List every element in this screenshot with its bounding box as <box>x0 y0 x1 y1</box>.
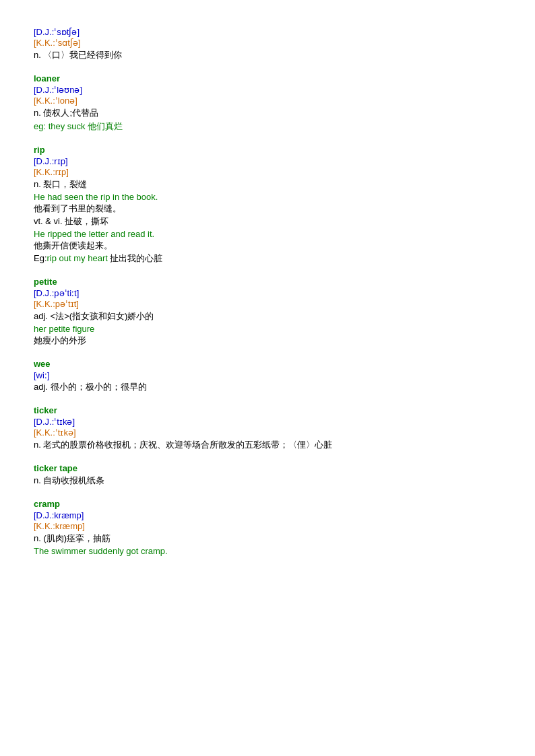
word-petite: petite <box>34 277 501 287</box>
word-cramp: cramp <box>34 499 501 509</box>
example-petite-1-zh: 她瘦小的外形 <box>34 335 501 347</box>
word-rip: rip <box>34 145 501 155</box>
definition-ticker-tape: n. 自动收报机纸条 <box>34 475 501 487</box>
entry-rip: rip [D.J.:rɪp] [K.K.:rɪp] n. 裂口，裂缝 He ha… <box>34 145 501 265</box>
example-loaner-1: eg: they suck 他们真烂 <box>34 121 501 133</box>
phonetic-kk-cramp: [K.K.:kræmp] <box>34 521 501 531</box>
definition-cramp: n. (肌肉)痉挛，抽筋 <box>34 532 501 545</box>
phonetic-dj-rip: [D.J.:rɪp] <box>34 156 501 166</box>
entry-wee: wee [wiː] adj. 很小的；极小的；很早的 <box>34 359 501 393</box>
dictionary-page: [D.J.:ˈsɒtʃə] [K.K.:ˈsɑtʃə] n. 〈口〉我已经得到你… <box>34 27 501 556</box>
phonetic-kk-petite: [K.K.:pəˈtɪt] <box>34 299 501 309</box>
definition-loaner: n. 债权人;代替品 <box>34 107 501 119</box>
entry-ticker-tape: ticker tape n. 自动收报机纸条 <box>34 463 501 487</box>
entry-loaner: loaner [D.J.:ˈləʊnə] [K.K.:ˈlonə] n. 债权人… <box>34 73 501 133</box>
entry-ticker: ticker [D.J.:ˈtɪkə] [K.K.:ˈtɪkə] n. 老式的股… <box>34 405 501 451</box>
phonetic-dj-cramp: [D.J.:kræmp] <box>34 510 501 520</box>
definition-soutche: n. 〈口〉我已经得到你 <box>34 49 501 61</box>
phonetic-dj-ticker: [D.J.:ˈtɪkə] <box>34 417 501 427</box>
entry-cramp: cramp [D.J.:kræmp] [K.K.:kræmp] n. (肌肉)痉… <box>34 499 501 556</box>
phonetic-kk-rip: [K.K.:rɪp] <box>34 167 501 177</box>
word-ticker-tape: ticker tape <box>34 463 501 473</box>
eg-rip-label: Eg:rip out my heart 扯出我的心脏 <box>34 252 501 265</box>
word-wee: wee <box>34 359 501 369</box>
definition-ticker: n. 老式的股票价格收报机；庆祝、欢迎等场合所散发的五彩纸带；〈俚〉心脏 <box>34 439 501 451</box>
eg-rip-en: rip out my heart <box>47 253 108 263</box>
eg-rip-zh: 扯出我的心脏 <box>110 253 162 263</box>
phonetic-dj-loaner: [D.J.:ˈləʊnə] <box>34 85 501 95</box>
example-rip-2-en: He ripped the letter and read it. <box>34 229 501 239</box>
definition-rip-vt: vt. & vi. 扯破，撕坏 <box>34 215 501 228</box>
phonetic-kk-ticker: [K.K.:ˈtɪkə] <box>34 427 501 438</box>
example-rip-1-en: He had seen the rip in the book. <box>34 192 501 202</box>
word-ticker: ticker <box>34 405 501 415</box>
entry-petite: petite [D.J.:pəˈtiːt] [K.K.:pəˈtɪt] adj.… <box>34 277 501 347</box>
example-rip-1-zh: 他看到了书里的裂缝。 <box>34 203 501 215</box>
phonetic-kk-soutche: [K.K.:ˈsɑtʃə] <box>34 38 501 48</box>
definition-rip-noun: n. 裂口，裂缝 <box>34 178 501 191</box>
word-loaner: loaner <box>34 73 501 83</box>
phonetic-dj-petite: [D.J.:pəˈtiːt] <box>34 288 501 298</box>
definition-wee: adj. 很小的；极小的；很早的 <box>34 381 501 393</box>
phonetic-wee: [wiː] <box>34 370 501 380</box>
phonetic-dj-soutche: [D.J.:ˈsɒtʃə] <box>34 27 501 37</box>
example-petite-1-en: her petite figure <box>34 324 501 334</box>
example-rip-2-zh: 他撕开信便读起来。 <box>34 240 501 252</box>
eg-rip-label-text: Eg: <box>34 253 47 263</box>
example-cramp-1-en: The swimmer suddenly got cramp. <box>34 546 501 556</box>
definition-petite: adj. <法>(指女孩和妇女)娇小的 <box>34 310 501 322</box>
phonetic-kk-loaner: [K.K.:ˈlonə] <box>34 96 501 106</box>
entry-soutche: [D.J.:ˈsɒtʃə] [K.K.:ˈsɑtʃə] n. 〈口〉我已经得到你 <box>34 27 501 61</box>
